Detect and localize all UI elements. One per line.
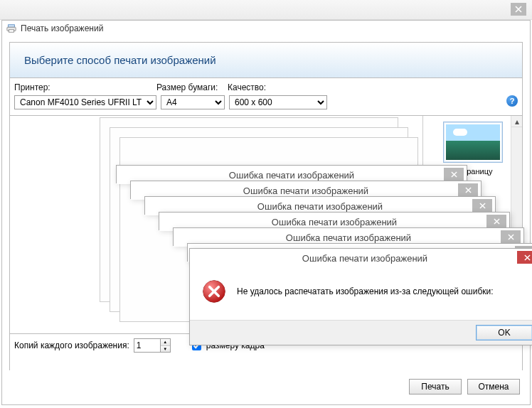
wizard-header-text: Выберите способ печати изображений — [24, 54, 216, 66]
error-dialog-title: Ошибка печати изображений — [257, 201, 383, 212]
close-icon[interactable] — [444, 168, 464, 181]
layout-template-thumb[interactable] — [443, 122, 503, 163]
window-title: Печать изображений — [21, 23, 103, 33]
error-dialog-title: Ошибка печати изображений — [272, 217, 397, 227]
copies-input[interactable] — [134, 338, 161, 353]
print-button[interactable]: Печать — [409, 379, 462, 394]
svg-rect-2 — [9, 30, 14, 33]
copies-stepper[interactable]: ▲ ▼ — [134, 338, 171, 353]
error-dialog: Ошибка печати изображений Не удалось рас… — [189, 248, 532, 345]
close-icon[interactable] — [517, 251, 532, 264]
printer-label: Принтер: — [14, 82, 156, 92]
close-icon[interactable] — [486, 215, 506, 227]
close-icon[interactable] — [501, 230, 521, 243]
copies-down-button[interactable]: ▼ — [161, 346, 170, 353]
copies-up-button[interactable]: ▲ — [161, 339, 170, 346]
quality-label: Качество: — [228, 82, 327, 92]
printer-icon — [6, 23, 16, 33]
copies-label: Копий каждого изображения: — [14, 340, 129, 350]
close-icon[interactable] — [458, 183, 478, 196]
quality-select[interactable]: 600 x 600 — [229, 95, 327, 109]
close-icon[interactable] — [472, 199, 492, 212]
error-dialog-title: Ошибка печати изображений — [286, 232, 411, 243]
error-dialog-title: Ошибка печати изображений — [243, 186, 368, 196]
cancel-button[interactable]: Отмена — [467, 379, 520, 394]
scroll-up-arrow-icon[interactable]: ▴ — [511, 116, 522, 127]
svg-rect-0 — [9, 25, 15, 28]
error-message: Не удалось распечатать изображения из-за… — [237, 286, 494, 296]
sample-photo-icon — [446, 124, 500, 160]
error-icon — [201, 279, 227, 304]
top-close-button[interactable] — [511, 3, 526, 16]
footer-buttons: Печать Отмена — [409, 379, 520, 394]
printer-select[interactable]: Canon MF4010 Series UFRII LT — [14, 95, 156, 109]
ok-button[interactable]: OK — [476, 325, 532, 340]
window-titlebar: Печать изображений — [2, 21, 530, 36]
wizard-header: Выберите способ печати изображений — [10, 43, 522, 77]
app-top-bar — [0, 0, 532, 20]
error-dialog-title: Ошибка печати изображений — [302, 253, 427, 264]
paper-size-select[interactable]: A4 — [161, 95, 225, 109]
help-icon[interactable]: ? — [506, 95, 518, 107]
options-row: Принтер: Размер бумаги: Качество: Canon … — [10, 77, 522, 116]
paper-size-label: Размер бумаги: — [156, 82, 228, 92]
error-dialog-title: Ошибка печати изображений — [229, 170, 354, 181]
